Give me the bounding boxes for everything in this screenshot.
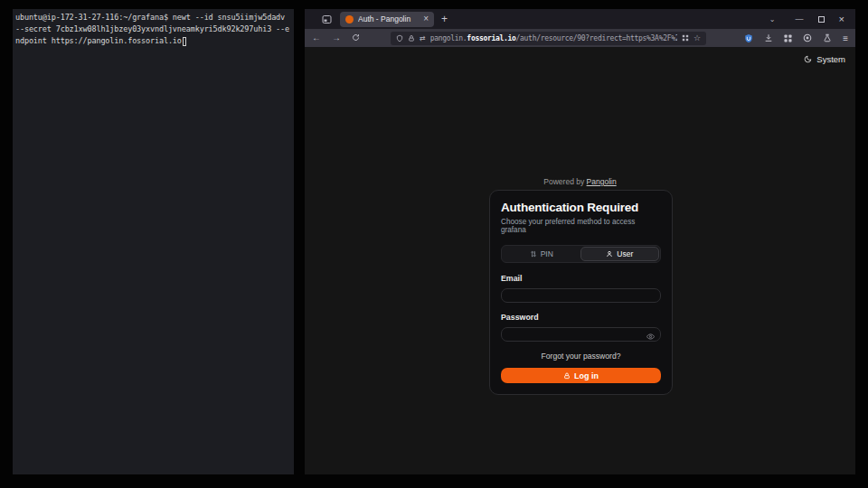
url-prefix: pangolin. bbox=[430, 34, 467, 42]
theme-toggle[interactable]: System bbox=[804, 54, 845, 64]
login-button-label: Log in bbox=[574, 371, 599, 380]
terminal-window[interactable]: ubuntu@ip-172-31-27-116:~/grafana$ newt … bbox=[13, 9, 294, 474]
theme-label: System bbox=[816, 54, 845, 64]
lock-icon bbox=[563, 372, 571, 380]
browser-tab[interactable]: Auth - Pangolin × bbox=[340, 12, 434, 27]
forward-button[interactable]: → bbox=[332, 33, 341, 42]
pangolin-link[interactable]: Pangolin bbox=[587, 177, 617, 186]
desktop: ubuntu@ip-172-31-27-116:~/grafana$ newt … bbox=[0, 0, 868, 488]
moon-icon bbox=[804, 55, 812, 63]
back-button[interactable]: ← bbox=[312, 33, 321, 42]
keypad-icon bbox=[530, 250, 537, 258]
powered-by: Powered by Pangolin bbox=[305, 177, 855, 186]
user-icon bbox=[606, 250, 613, 258]
email-field[interactable] bbox=[501, 288, 661, 303]
auth-page: System Powered by Pangolin Authenticatio… bbox=[305, 47, 855, 474]
privacy-ring-icon[interactable] bbox=[803, 33, 812, 42]
password-field[interactable] bbox=[501, 327, 661, 342]
password-label: Password bbox=[501, 313, 661, 322]
tab-pin[interactable]: PIN bbox=[503, 247, 580, 261]
tab-user[interactable]: User bbox=[580, 247, 660, 261]
window-controls: — × bbox=[796, 14, 855, 24]
redirect-arrows-icon[interactable]: ⇄ bbox=[420, 34, 426, 42]
browser-window: Auth - Pangolin × + ⌄ — × ← → ⇄ pan bbox=[305, 9, 855, 474]
terminal-line: --secret 7cbz1xw08lh1jbzey03yxvndljvneam… bbox=[15, 23, 291, 35]
url-bar[interactable]: ⇄ pangolin.fossorial.io/auth/resource/90… bbox=[391, 32, 706, 45]
login-button[interactable]: Log in bbox=[501, 368, 661, 383]
terminal-line: ubuntu@ip-172-31-27-116:~/grafana$ newt … bbox=[15, 12, 291, 23]
close-window-button[interactable]: × bbox=[839, 14, 844, 24]
terminal-cursor bbox=[183, 37, 187, 46]
card-title: Authentication Required bbox=[501, 201, 661, 214]
tab-title: Auth - Pangolin bbox=[358, 14, 419, 23]
list-all-tabs-icon[interactable]: ⌄ bbox=[769, 15, 776, 23]
maximize-button[interactable] bbox=[818, 16, 825, 23]
url-domain: fossorial.io bbox=[467, 34, 515, 42]
auth-card: Authentication Required Choose your pref… bbox=[489, 190, 673, 395]
browser-tab-bar: Auth - Pangolin × + ⌄ — × bbox=[305, 9, 855, 29]
https-lock-icon[interactable] bbox=[408, 34, 415, 42]
downloads-icon[interactable] bbox=[764, 33, 773, 42]
reload-button[interactable] bbox=[352, 33, 360, 43]
browser-nav-bar: ← → ⇄ pangolin.fossorial.io/auth/resourc… bbox=[305, 29, 855, 47]
powered-by-text: Powered by bbox=[543, 177, 584, 186]
page-actions-grid-icon[interactable] bbox=[682, 34, 689, 42]
card-subtitle: Choose your preferred method to access g… bbox=[501, 218, 661, 234]
menu-icon[interactable]: ≡ bbox=[843, 33, 848, 43]
tracking-shield-icon[interactable] bbox=[396, 34, 403, 42]
tab-user-label: User bbox=[617, 249, 633, 258]
email-label: Email bbox=[501, 274, 661, 283]
bookmark-star-icon[interactable]: ☆ bbox=[693, 33, 701, 42]
forgot-password-link[interactable]: Forgot your password? bbox=[501, 352, 661, 361]
terminal-line: ndpoint https://pangolin.fossorial.io bbox=[15, 35, 291, 47]
terminal-line-text: ndpoint https://pangolin.fossorial.io bbox=[15, 35, 182, 47]
ublock-icon[interactable] bbox=[744, 33, 753, 43]
extension-flask-icon[interactable] bbox=[823, 33, 832, 42]
auth-method-tabs: PIN User bbox=[501, 245, 661, 263]
url-path: /auth/resource/90?redirect=https%3A%2F%2… bbox=[516, 34, 678, 42]
tab-close-icon[interactable]: × bbox=[423, 14, 429, 23]
tab-pin-label: PIN bbox=[541, 249, 553, 258]
show-password-icon[interactable] bbox=[646, 328, 655, 344]
new-tab-button[interactable]: + bbox=[441, 13, 448, 25]
minimize-button[interactable]: — bbox=[796, 15, 804, 23]
pangolin-favicon-icon bbox=[345, 15, 354, 23]
extensions-icon[interactable] bbox=[784, 34, 792, 42]
toolbar-extensions: ≡ bbox=[744, 33, 848, 43]
url-text: pangolin.fossorial.io/auth/resource/90?r… bbox=[430, 34, 677, 42]
firefox-view-icon[interactable] bbox=[321, 14, 332, 24]
